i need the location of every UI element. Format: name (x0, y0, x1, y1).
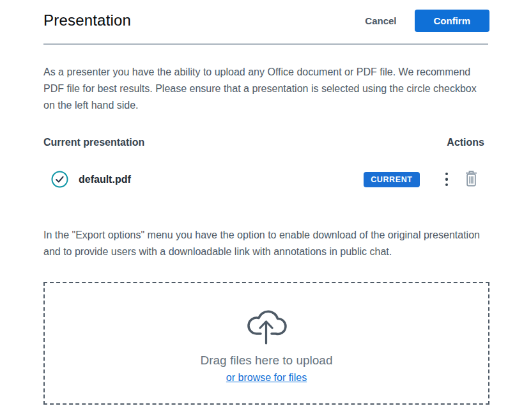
file-name: default.pdf (79, 174, 131, 185)
confirm-button[interactable]: Confirm (415, 10, 490, 32)
current-presentation-header: Current presentation (43, 137, 144, 148)
modal-header: Presentation Cancel Confirm (43, 8, 489, 33)
presentation-modal: Presentation Cancel Confirm As a present… (43, 0, 489, 405)
table-row: default.pdf CURRENT (43, 169, 489, 190)
header-divider (43, 43, 488, 45)
vertical-ellipsis-icon[interactable] (443, 170, 451, 189)
trash-icon[interactable] (463, 169, 479, 190)
actions-header: Actions (447, 137, 484, 148)
header-actions: Cancel Confirm (365, 10, 489, 32)
circle-check-icon[interactable] (51, 171, 68, 188)
cancel-button[interactable]: Cancel (365, 15, 396, 26)
status-badge: CURRENT (364, 172, 419, 187)
cloud-upload-icon (242, 302, 291, 347)
drag-files-label: Drag files here to upload (200, 354, 332, 368)
file-dropzone[interactable]: Drag files here to upload or browse for … (43, 282, 489, 405)
page-title: Presentation (43, 12, 131, 29)
table-header: Current presentation Actions (43, 137, 489, 148)
export-note: In the "Export options" menu you have th… (43, 227, 484, 260)
row-actions: CURRENT (364, 169, 479, 190)
intro-text: As a presenter you have the ability to u… (43, 64, 484, 114)
browse-files-link[interactable]: or browse for files (226, 372, 307, 384)
